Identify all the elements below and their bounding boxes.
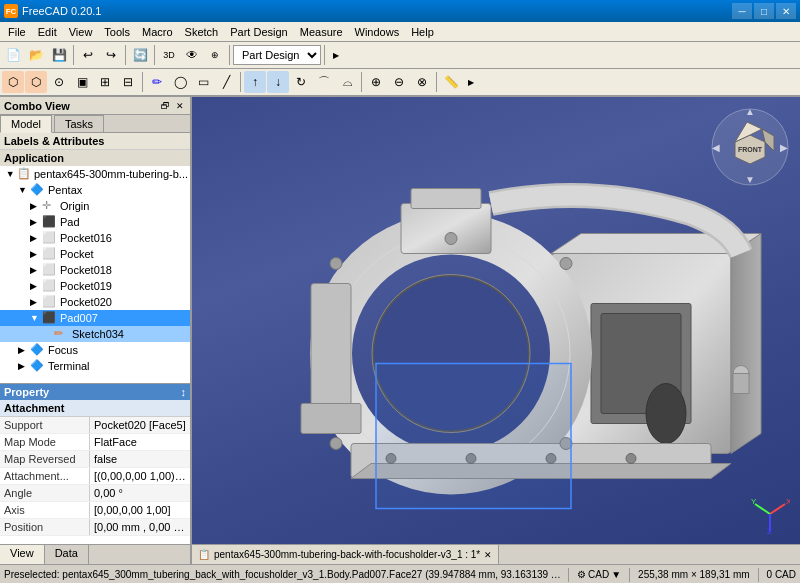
pad-btn[interactable]: ↑ <box>244 71 266 93</box>
sketch-btn-1[interactable]: ✏ <box>146 71 168 93</box>
tree-item-pocket018-label: Pocket018 <box>60 264 112 276</box>
tree-item-pad[interactable]: ▶ ⬛ Pad <box>0 214 190 230</box>
combo-float-button[interactable]: 🗗 <box>159 101 172 111</box>
redo-button[interactable]: ↪ <box>100 44 122 66</box>
fillet-btn[interactable]: ⌓ <box>336 71 358 93</box>
menu-item-view[interactable]: View <box>63 24 99 40</box>
pocket-btn[interactable]: ↓ <box>267 71 289 93</box>
measure-btn-1[interactable]: 📏 <box>440 71 462 93</box>
part-btn-2[interactable]: ⬡ <box>25 71 47 93</box>
tree-item-terminal[interactable]: ▶ 🔷 Terminal <box>0 358 190 374</box>
svg-point-36 <box>330 257 342 269</box>
prop-value-position[interactable]: [0,00 mm , 0,00 m... <box>90 519 190 535</box>
new-button[interactable]: 📄 <box>2 44 24 66</box>
viewport-tab-icon: 📋 <box>198 549 210 560</box>
viewport[interactable]: ▲ ▼ ◀ ▶ FRONT <box>192 97 800 564</box>
open-button[interactable]: 📂 <box>25 44 47 66</box>
part-btn-3[interactable]: ⊙ <box>48 71 70 93</box>
svg-rect-23 <box>411 188 481 208</box>
toolbar-row-2: ⬡ ⬡ ⊙ ▣ ⊞ ⊟ ✏ ◯ ▭ ╱ ↑ ↓ ↻ ⌒ ⌓ ⊕ ⊖ ⊗ 📏 ▶ <box>0 69 800 95</box>
tree-item-pad007-label: Pad007 <box>60 312 98 324</box>
view-button[interactable]: 👁 <box>181 44 203 66</box>
terminal-icon: 🔷 <box>30 359 46 373</box>
tab-model[interactable]: Model <box>0 115 52 133</box>
viewport-tab-label: pentax645-300mm-tubering-back-with-focus… <box>214 549 480 560</box>
maximize-button[interactable]: □ <box>754 3 774 19</box>
undo-button[interactable]: ↩ <box>77 44 99 66</box>
minimize-button[interactable]: ─ <box>732 3 752 19</box>
tab-tasks[interactable]: Tasks <box>54 115 104 132</box>
combo-close-button[interactable]: ✕ <box>174 101 186 111</box>
left-panel: Combo View 🗗 ✕ Model Tasks Labels & Attr… <box>0 97 192 564</box>
close-button[interactable]: ✕ <box>776 3 796 19</box>
tree-item-root[interactable]: ▼ 📋 pentax645-300mm-tubering-b... <box>0 166 190 182</box>
menu-item-help[interactable]: Help <box>405 24 440 40</box>
tree-item-pocket018[interactable]: ▶ ⬜ Pocket018 <box>0 262 190 278</box>
sketch-icon-034: ✏ <box>54 327 70 341</box>
bool-btn-1[interactable]: ⊕ <box>365 71 387 93</box>
chamf-btn[interactable]: ⌒ <box>313 71 335 93</box>
body-icon: 🔷 <box>30 183 46 197</box>
prop-value-angle[interactable]: 0,00 ° <box>90 485 190 501</box>
svg-point-35 <box>330 437 342 449</box>
tree-item-pad007[interactable]: ▼ ⬛ Pad007 <box>0 310 190 326</box>
tab-view[interactable]: View <box>0 545 45 564</box>
bool-btn-3[interactable]: ⊗ <box>411 71 433 93</box>
menu-item-measure[interactable]: Measure <box>294 24 349 40</box>
sep3 <box>154 45 155 65</box>
viewport-tab-close-button[interactable]: ✕ <box>484 550 492 560</box>
toolbar-row2-more[interactable]: ▶ <box>463 71 479 93</box>
sketch-btn-2[interactable]: ◯ <box>169 71 191 93</box>
status-item-cad[interactable]: ⚙ CAD ▼ <box>577 569 621 580</box>
tree-item-sketch034[interactable]: ✏ Sketch034 <box>0 326 190 342</box>
zoom-fit[interactable]: ⊕ <box>204 44 226 66</box>
tree-item-pocket020[interactable]: ▶ ⬜ Pocket020 <box>0 294 190 310</box>
svg-rect-16 <box>733 373 749 393</box>
part-btn-1[interactable]: ⬡ <box>2 71 24 93</box>
tree-item-pocket016[interactable]: ▶ ⬜ Pocket016 <box>0 230 190 246</box>
property-scroll-btn[interactable]: ↕ <box>181 386 187 398</box>
viewport-tab-model[interactable]: 📋 pentax645-300mm-tubering-back-with-foc… <box>192 545 499 564</box>
prop-value-support[interactable]: Pocket020 [Face5] <box>90 417 190 433</box>
menu-item-macro[interactable]: Macro <box>136 24 179 40</box>
prop-value-mapreversed[interactable]: false <box>90 451 190 467</box>
sep4 <box>229 45 230 65</box>
tree-item-origin[interactable]: ▶ ✛ Origin <box>0 198 190 214</box>
menu-item-sketch[interactable]: Sketch <box>179 24 225 40</box>
tree-arrow-pocket: ▶ <box>30 249 42 259</box>
cad-icon: ⚙ <box>577 569 586 580</box>
view3d-button[interactable]: 3D <box>158 44 180 66</box>
menu-item-part design[interactable]: Part Design <box>224 24 293 40</box>
axes-indicator: X Y Z <box>750 494 790 534</box>
prop-name-mapmode: Map Mode <box>0 434 90 450</box>
menu-item-edit[interactable]: Edit <box>32 24 63 40</box>
pocket-icon-018: ⬜ <box>42 263 58 277</box>
part-btn-4[interactable]: ▣ <box>71 71 93 93</box>
prop-value-axis[interactable]: [0,00,0,00 1,00] <box>90 502 190 518</box>
prop-name-support: Support <box>0 417 90 433</box>
tree-item-terminal-label: Terminal <box>48 360 90 372</box>
tree-item-pocket019[interactable]: ▶ ⬜ Pocket019 <box>0 278 190 294</box>
part-btn-5[interactable]: ⊞ <box>94 71 116 93</box>
bool-btn-2[interactable]: ⊖ <box>388 71 410 93</box>
workbench-selector[interactable]: Part Design <box>233 45 321 65</box>
statusbar-right: ⚙ CAD ▼ 255,38 mm × 189,31 mm 0 CAD <box>568 568 796 582</box>
tree-item-pentax[interactable]: ▼ 🔷 Pentax <box>0 182 190 198</box>
rev-btn[interactable]: ↻ <box>290 71 312 93</box>
menu-item-windows[interactable]: Windows <box>349 24 406 40</box>
mode-value: 0 CAD <box>767 569 796 580</box>
sep9 <box>436 72 437 92</box>
save-button[interactable]: 💾 <box>48 44 70 66</box>
tree-item-focus[interactable]: ▶ 🔷 Focus <box>0 342 190 358</box>
prop-value-mapmode[interactable]: FlatFace <box>90 434 190 450</box>
tab-data[interactable]: Data <box>45 545 89 564</box>
sketch-btn-3[interactable]: ▭ <box>192 71 214 93</box>
refresh-button[interactable]: 🔄 <box>129 44 151 66</box>
prop-value-attachment[interactable]: [(0,00,0,00 1,00); 0,... <box>90 468 190 484</box>
sketch-btn-4[interactable]: ╱ <box>215 71 237 93</box>
toolbar-more[interactable]: ▶ <box>328 44 344 66</box>
part-btn-6[interactable]: ⊟ <box>117 71 139 93</box>
menu-item-tools[interactable]: Tools <box>98 24 136 40</box>
tree-item-pocket[interactable]: ▶ ⬜ Pocket <box>0 246 190 262</box>
menu-item-file[interactable]: File <box>2 24 32 40</box>
